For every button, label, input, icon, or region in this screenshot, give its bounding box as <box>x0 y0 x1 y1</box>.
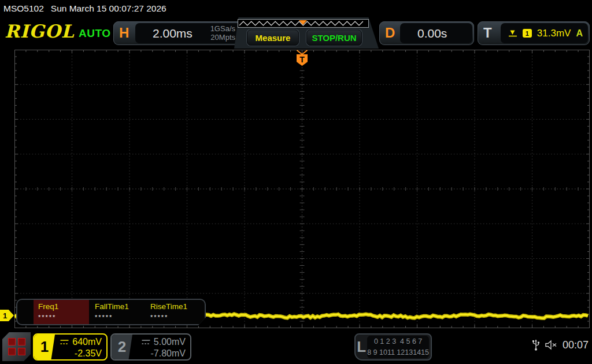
channel1-offset: -2.35V <box>55 348 102 359</box>
model-name: MSO5102 <box>3 3 44 14</box>
trigger-source-badge: 1 <box>523 29 532 38</box>
measurement-label: Freq1 <box>38 302 89 311</box>
horizontal-label: H <box>119 25 129 41</box>
measurement-label: RiseTime1 <box>150 302 201 311</box>
dc-coupling-icon <box>141 339 151 346</box>
memory-depth: 20Mpts <box>210 34 235 42</box>
channel1-number: 1 <box>34 335 55 359</box>
logic-row1: 0 1 2 3 4 5 6 7 <box>374 336 422 347</box>
usb-icon <box>531 339 541 351</box>
trigger-panel[interactable]: T 1 31.3mV A <box>478 21 590 45</box>
delay-pill: 0.00s <box>400 23 472 43</box>
datetime: Sun March 15 00:07:27 2026 <box>51 3 166 14</box>
trigger-label: T <box>483 25 492 41</box>
trigger-sweep-mode: A <box>576 28 583 39</box>
timebase-value: 2.00ms <box>153 27 193 40</box>
logic-analyzer-panel[interactable]: L 0 1 2 3 4 5 6 7 8 9 1011 12131415 <box>354 333 432 361</box>
stop-run-button[interactable]: STOP/RUN <box>306 29 362 46</box>
channel1-scale: 640mV <box>72 336 102 348</box>
quick-menu-button[interactable] <box>2 332 31 361</box>
trigger-level-value: 31.3mV <box>537 28 571 39</box>
status-bar: MSO5102 Sun March 15 00:07:27 2026 <box>0 0 592 17</box>
measurement-value: ***** <box>38 314 89 321</box>
menu-grid-icon <box>8 338 25 355</box>
runtime-clock: 00:07 <box>563 339 589 351</box>
trigger-pill: 1 31.3mV A <box>501 23 588 43</box>
logic-label: L <box>356 338 367 356</box>
channel2-values: 5.00mV -7.80mV <box>132 335 190 359</box>
horizontal-pill: 2.00ms 1GSa/s 20Mpts <box>135 23 240 43</box>
waveform-preview-bar[interactable] <box>238 19 369 28</box>
channel2-number: 2 <box>112 335 132 359</box>
delay-value: 0.00s <box>417 27 447 40</box>
measurement-item-risetime[interactable]: RiseTime1 ***** <box>146 300 201 324</box>
channel2-offset: -7.80mV <box>132 348 186 359</box>
system-tray: 00:07 <box>531 339 591 351</box>
channel1-values: 640mV -2.35V <box>55 335 106 359</box>
sample-rate: 1GSa/s <box>210 25 235 34</box>
acquisition-status: AUTO <box>79 27 110 40</box>
channel1-panel[interactable]: 1 640mV -2.35V <box>33 333 108 361</box>
measurement-value: ***** <box>95 314 146 321</box>
graticule-area: T <box>14 50 590 328</box>
channel2-scale: 5.00mV <box>154 336 186 348</box>
svg-text:T: T <box>299 55 305 64</box>
horizontal-panel[interactable]: H 2.00ms 1GSa/s 20Mpts <box>113 21 242 45</box>
measurement-value: ***** <box>150 314 201 321</box>
ch1-ground-marker[interactable]: 1 <box>0 310 14 321</box>
trigger-edge-icon <box>508 29 517 38</box>
delay-panel[interactable]: D 0.00s <box>379 21 474 45</box>
measurement-label: FallTime1 <box>95 302 146 311</box>
measurement-item-falltime[interactable]: FallTime1 ***** <box>90 300 146 324</box>
measure-button[interactable]: Measure <box>247 29 299 46</box>
dc-coupling-icon <box>60 339 69 346</box>
measurement-item-freq[interactable]: Freq1 ***** <box>34 300 89 324</box>
speaker-muted-icon[interactable] <box>545 339 558 351</box>
measurement-overlay: Freq1 ***** FallTime1 ***** RiseTime1 **… <box>16 299 206 325</box>
sample-rate-block: 1GSa/s 20Mpts <box>210 25 235 42</box>
channel2-panel[interactable]: 2 5.00mV -7.80mV <box>110 333 191 361</box>
rigol-logo: RIGOL <box>5 21 75 42</box>
logic-row2: 8 9 1011 12131415 <box>367 347 429 358</box>
logic-channel-numbers: 0 1 2 3 4 5 6 7 8 9 1011 12131415 <box>367 336 429 358</box>
delay-label: D <box>385 25 395 41</box>
oscilloscope-screen: MSO5102 Sun March 15 00:07:27 2026 RIGOL… <box>0 0 592 364</box>
measurement-overlay-inner: Freq1 ***** FallTime1 ***** RiseTime1 **… <box>17 300 205 324</box>
